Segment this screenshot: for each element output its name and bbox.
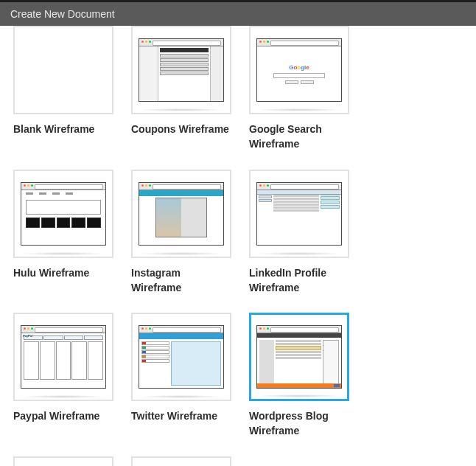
template-thumbnail-hulu[interactable] bbox=[13, 170, 113, 258]
template-label: Google Search Wireframe bbox=[249, 122, 349, 152]
template-card-youtube[interactable]: Youtube Wireframe bbox=[13, 456, 113, 466]
template-card-instagram[interactable]: Instagram Wireframe bbox=[131, 170, 231, 296]
template-card-twitter[interactable]: Twitter Wireframe bbox=[131, 313, 231, 439]
template-thumbnail-coupons[interactable] bbox=[131, 26, 231, 114]
template-label: Blank Wireframe bbox=[13, 122, 113, 136]
template-thumbnail-youtube[interactable] bbox=[13, 456, 113, 466]
template-label: Paypal Wireframe bbox=[13, 408, 113, 423]
template-card-blank[interactable]: Blank Wireframe bbox=[13, 26, 113, 152]
template-label: Hulu Wireframe bbox=[13, 265, 113, 280]
template-thumbnail-zendesk[interactable] bbox=[131, 456, 231, 466]
template-card-zendesk[interactable]: Zendesk Support Wireframe bbox=[131, 456, 231, 466]
template-thumbnail-blank[interactable] bbox=[13, 26, 113, 114]
template-card-linkedin[interactable]: LinkedIn Profile Wireframe bbox=[249, 170, 349, 296]
template-thumbnail-instagram[interactable] bbox=[131, 170, 231, 258]
template-label: Instagram Wireframe bbox=[131, 265, 231, 296]
template-label: Twitter Wireframe bbox=[131, 408, 231, 423]
template-thumbnail-linkedin[interactable] bbox=[249, 170, 349, 258]
template-thumbnail-twitter[interactable] bbox=[131, 313, 231, 401]
template-card-coupons[interactable]: Coupons Wireframe bbox=[131, 26, 231, 152]
window-titlebar: Create New Document bbox=[0, 2, 476, 26]
template-card-paypal[interactable]: PayPalPaypal Wireframe bbox=[13, 313, 113, 439]
template-gallery: Blank WireframeCoupons WireframeGoogleGo… bbox=[0, 26, 476, 466]
template-thumbnail-paypal[interactable]: PayPal bbox=[13, 313, 113, 401]
template-label: LinkedIn Profile Wireframe bbox=[249, 265, 349, 296]
template-thumbnail-google[interactable]: Google bbox=[249, 26, 349, 114]
template-card-hulu[interactable]: Hulu Wireframe bbox=[13, 170, 113, 296]
template-label: Wordpress Blog Wireframe bbox=[249, 408, 349, 439]
template-label: Coupons Wireframe bbox=[131, 122, 231, 136]
template-card-wordpress[interactable]: Wordpress Blog Wireframe bbox=[249, 313, 349, 439]
window-title: Create New Document bbox=[10, 8, 115, 20]
template-card-google[interactable]: GoogleGoogle Search Wireframe bbox=[249, 26, 349, 152]
template-thumbnail-wordpress[interactable] bbox=[249, 313, 349, 401]
